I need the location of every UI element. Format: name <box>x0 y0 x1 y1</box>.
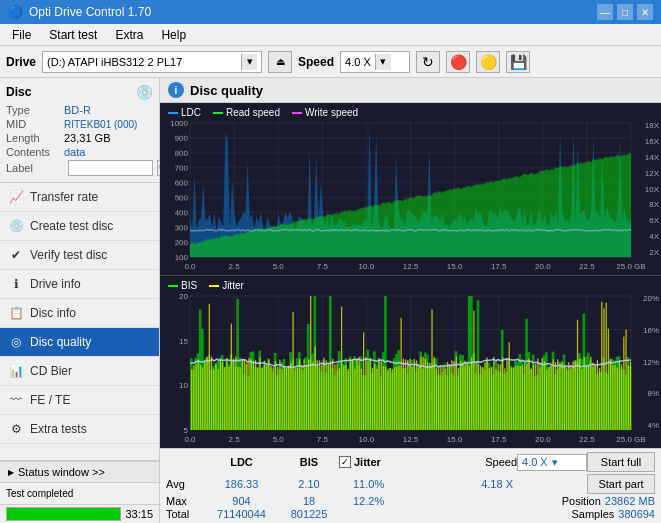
top-chart: LDC Read speed Write speed 18X 16X <box>160 103 661 276</box>
disc-quality-title: Disc quality <box>190 83 263 98</box>
menu-help[interactable]: Help <box>153 26 194 44</box>
bottom-chart-y-axis-right: 20% 16% 12% 8% 4% <box>643 294 659 430</box>
title-bar-left: 🔵 Opti Drive Control 1.70 <box>8 5 151 19</box>
fe-te-label: FE / TE <box>30 393 70 407</box>
start-part-button[interactable]: Start part <box>587 474 655 494</box>
status-window: Status window >> <box>0 460 159 482</box>
sidebar-item-cd-bier[interactable]: 📊 CD Bier <box>0 357 159 386</box>
disc-length-row: Length 23,31 GB <box>6 132 153 144</box>
app-icon: 🔵 <box>8 5 23 19</box>
sidebar-item-fe-te[interactable]: 〰 FE / TE <box>0 386 159 415</box>
extra-tests-label: Extra tests <box>30 422 87 436</box>
total-label: Total <box>166 508 204 520</box>
stats-header-speed: Speed <box>485 456 517 468</box>
create-test-disc-label: Create test disc <box>30 219 113 233</box>
minimize-button[interactable]: — <box>597 4 613 20</box>
top-chart-canvas <box>160 103 661 275</box>
refresh-button[interactable]: ↻ <box>416 51 440 73</box>
stats-speed-display: 4.0 X ▾ <box>517 454 587 471</box>
drive-select[interactable]: (D:) ATAPI iHBS312 2 PL17 ▾ <box>42 51 262 73</box>
progress-bar-container <box>6 507 121 521</box>
stats-avg-row: Avg 186.33 2.10 11.0% 4.18 X Start part <box>166 474 655 494</box>
disc-info-label: Disc info <box>30 306 76 320</box>
create-test-disc-icon: 💿 <box>8 218 24 234</box>
sidebar-item-transfer-rate[interactable]: 📈 Transfer rate <box>0 183 159 212</box>
settings-button2[interactable]: 🟡 <box>476 51 500 73</box>
stats-total-row: Total 71140044 801225 Samples 380694 <box>166 508 655 520</box>
close-button[interactable]: ✕ <box>637 4 653 20</box>
verify-test-disc-icon: ✔ <box>8 247 24 263</box>
samples-label: Samples <box>571 508 614 520</box>
stats-header-bis: BIS <box>279 456 339 468</box>
disc-length-label: Length <box>6 132 64 144</box>
disc-icon: 💿 <box>136 84 153 100</box>
disc-header: Disc 💿 <box>6 84 153 100</box>
max-label: Max <box>166 495 204 507</box>
menu-start-test[interactable]: Start test <box>41 26 105 44</box>
disc-mid-value: RITEKB01 (000) <box>64 119 137 130</box>
sidebar-item-drive-info[interactable]: ℹ Drive info <box>0 270 159 299</box>
title-bar-controls: — □ ✕ <box>597 4 653 20</box>
avg-bis: 2.10 <box>279 478 339 490</box>
max-position: 23862 MB <box>605 495 655 507</box>
app-title: Opti Drive Control 1.70 <box>29 5 151 19</box>
start-full-button[interactable]: Start full <box>587 452 655 472</box>
legend-jitter: Jitter <box>209 280 244 291</box>
disc-label-input[interactable] <box>68 160 153 176</box>
maximize-button[interactable]: □ <box>617 4 633 20</box>
stats-max-row: Max 904 18 12.2% Position 23862 MB <box>166 495 655 507</box>
disc-quality-icon: ◎ <box>8 334 24 350</box>
fe-te-icon: 〰 <box>8 392 24 408</box>
title-bar: 🔵 Opti Drive Control 1.70 — □ ✕ <box>0 0 661 24</box>
status-window-label: Status window >> <box>18 466 105 478</box>
speed-dropdown-arrow[interactable]: ▾ <box>375 54 391 70</box>
read-speed-color <box>213 112 223 114</box>
menu-bar: File Start test Extra Help <box>0 24 661 46</box>
disc-contents-value: data <box>64 146 85 158</box>
right-panel: i Disc quality LDC Read speed <box>160 78 661 523</box>
speed-label: Speed <box>298 55 334 69</box>
progress-bar-area: 33:15 <box>0 504 159 523</box>
drive-label: Drive <box>6 55 36 69</box>
menu-file[interactable]: File <box>4 26 39 44</box>
bottom-chart-canvas <box>160 276 661 448</box>
legend-write-speed: Write speed <box>292 107 358 118</box>
nav-items: 📈 Transfer rate 💿 Create test disc ✔ Ver… <box>0 183 159 460</box>
save-button[interactable]: 💾 <box>506 51 530 73</box>
disc-label-row: Label 🔍 <box>6 160 153 176</box>
cd-bier-label: CD Bier <box>30 364 72 378</box>
sidebar-item-disc-quality[interactable]: ◎ Disc quality <box>0 328 159 357</box>
sidebar-item-extra-tests[interactable]: ⚙ Extra tests <box>0 415 159 444</box>
disc-type-label: Type <box>6 104 64 116</box>
sidebar-item-verify-test-disc[interactable]: ✔ Verify test disc <box>0 241 159 270</box>
speed-select[interactable]: 4.0 X ▾ <box>340 51 410 73</box>
drive-dropdown-arrow[interactable]: ▾ <box>241 54 257 70</box>
stats-header-jitter: Jitter <box>354 456 381 468</box>
ldc-color <box>168 112 178 114</box>
extra-tests-icon: ⚙ <box>8 421 24 437</box>
bis-color <box>168 285 178 287</box>
disc-mid-label: MID <box>6 118 64 130</box>
bottom-chart-legend: BIS Jitter <box>168 280 244 291</box>
disc-mid-row: MID RITEKB01 (000) <box>6 118 153 130</box>
status-window-button[interactable]: Status window >> <box>0 461 159 482</box>
sidebar-item-disc-info[interactable]: 📋 Disc info <box>0 299 159 328</box>
stats-area: LDC BIS ✓ Jitter Speed 4.0 X ▾ Start ful… <box>160 448 661 523</box>
disc-type-row: Type BD-R <box>6 104 153 116</box>
sidebar-item-create-test-disc[interactable]: 💿 Create test disc <box>0 212 159 241</box>
disc-info-icon: 📋 <box>8 305 24 321</box>
transfer-rate-label: Transfer rate <box>30 190 98 204</box>
top-chart-y-axis-right: 18X 16X 14X 12X 10X 8X 6X 4X 2X <box>645 121 659 257</box>
speed-display[interactable]: 4.0 X ▾ <box>517 454 587 471</box>
disc-type-value: BD-R <box>64 104 91 116</box>
total-bis: 801225 <box>279 508 339 520</box>
total-samples: 380694 <box>618 508 655 520</box>
jitter-checkbox[interactable]: ✓ <box>339 456 351 468</box>
settings-button1[interactable]: 🔴 <box>446 51 470 73</box>
progress-area: Test completed <box>0 482 159 504</box>
menu-extra[interactable]: Extra <box>107 26 151 44</box>
max-ldc: 904 <box>204 495 279 507</box>
disc-panel: Disc 💿 Type BD-R MID RITEKB01 (000) Leng… <box>0 78 159 183</box>
eject-button[interactable]: ⏏ <box>268 51 292 73</box>
drive-value: (D:) ATAPI iHBS312 2 PL17 <box>47 56 237 68</box>
